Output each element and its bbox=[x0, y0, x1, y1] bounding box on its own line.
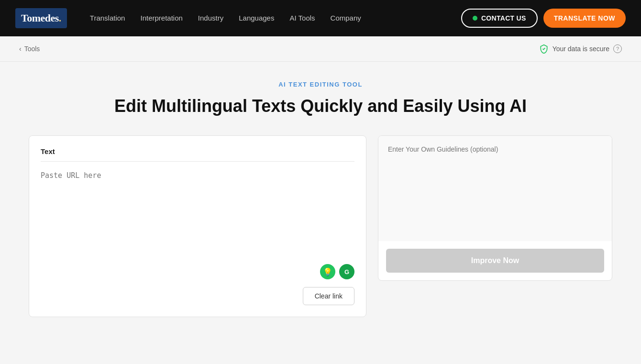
nav-item-languages[interactable]: Languages bbox=[239, 14, 274, 22]
logo[interactable]: Tomedes. bbox=[15, 8, 67, 28]
nav-links: Translation Interpretation Industry Lang… bbox=[90, 14, 461, 22]
navbar: Tomedes. Translation Interpretation Indu… bbox=[0, 0, 641, 36]
text-label: Text bbox=[41, 147, 354, 162]
secure-badge: Your data is secure ? bbox=[539, 44, 622, 54]
chevron-left-icon: ‹ bbox=[19, 45, 22, 53]
hero-tag: AI TEXT EDITING TOOL bbox=[29, 81, 612, 88]
tool-area: Text 💡 G Clear link Improve Now bbox=[29, 135, 612, 317]
improve-now-button[interactable]: Improve Now bbox=[386, 249, 604, 273]
logo-text: Tomedes. bbox=[15, 8, 67, 28]
contact-label: CONTACT US bbox=[481, 14, 526, 22]
icons-row: 💡 G bbox=[41, 258, 354, 279]
nav-item-industry[interactable]: Industry bbox=[198, 14, 223, 22]
secure-label: Your data is secure bbox=[553, 45, 609, 53]
url-input[interactable] bbox=[41, 167, 354, 258]
nav-item-company[interactable]: Company bbox=[331, 14, 361, 22]
tools-label: Tools bbox=[24, 45, 40, 53]
sub-header: ‹ Tools Your data is secure ? bbox=[0, 36, 641, 62]
clear-link-button[interactable]: Clear link bbox=[303, 287, 354, 305]
left-panel-body: 💡 G bbox=[41, 167, 354, 279]
nav-item-interpretation[interactable]: Interpretation bbox=[140, 14, 182, 22]
translate-now-button[interactable]: TRANSLATE NOW bbox=[543, 9, 626, 28]
shield-icon bbox=[539, 44, 549, 54]
nav-actions: CONTACT US TRANSLATE NOW bbox=[461, 9, 626, 28]
guidelines-input[interactable] bbox=[378, 136, 612, 241]
main-content: AI TEXT EDITING TOOL Edit Multilingual T… bbox=[10, 62, 631, 346]
back-to-tools[interactable]: ‹ Tools bbox=[19, 45, 40, 53]
grammarly-icon[interactable]: G bbox=[339, 264, 354, 279]
nav-item-translation[interactable]: Translation bbox=[90, 14, 125, 22]
bulb-icon[interactable]: 💡 bbox=[320, 264, 335, 279]
clear-link-row: Clear link bbox=[41, 287, 354, 305]
nav-item-ai-tools[interactable]: AI Tools bbox=[289, 14, 315, 22]
right-panel: Improve Now bbox=[378, 135, 612, 281]
help-icon[interactable]: ? bbox=[613, 44, 622, 53]
hero-title: Edit Multilingual Texts Quickly and Easi… bbox=[29, 96, 612, 116]
contact-button[interactable]: CONTACT US bbox=[461, 9, 538, 28]
left-panel: Text 💡 G Clear link bbox=[29, 135, 366, 317]
status-dot bbox=[473, 16, 477, 21]
